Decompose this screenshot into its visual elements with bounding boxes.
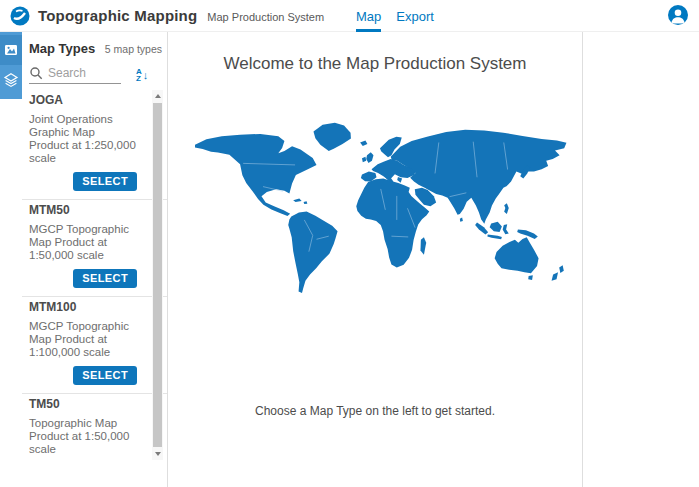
welcome-title: Welcome to the Map Production System bbox=[224, 54, 527, 74]
map-type-name: TM50 bbox=[29, 397, 137, 411]
panel-header: Map Types 5 map types bbox=[22, 32, 167, 58]
map-types-panel: Map Types 5 map types A Z ↓ bbox=[22, 32, 168, 487]
app-header: Topographic Mapping Map Production Syste… bbox=[0, 0, 699, 32]
search-input[interactable] bbox=[48, 66, 118, 80]
sort-arrow-down-icon: ↓ bbox=[143, 70, 149, 81]
nav-tab-export[interactable]: Export bbox=[396, 0, 434, 32]
map-type-name: MTM50 bbox=[29, 203, 137, 217]
select-button-joga[interactable]: SELECT bbox=[73, 172, 137, 191]
content-area: Map Types 5 map types A Z ↓ bbox=[0, 32, 699, 487]
main-panel: Welcome to the Map Production System bbox=[168, 32, 583, 487]
search-row: A Z ↓ bbox=[22, 58, 167, 84]
list-item-mtm100: MTM100 MGCP Topographic Map Product at 1… bbox=[22, 297, 167, 394]
select-button-mtm100[interactable]: SELECT bbox=[73, 366, 137, 385]
map-widget-icon[interactable] bbox=[0, 35, 22, 65]
account-icon[interactable] bbox=[668, 5, 688, 25]
panel-title: Map Types bbox=[29, 41, 95, 56]
right-filler bbox=[583, 32, 699, 487]
scroll-up-icon[interactable] bbox=[152, 90, 163, 102]
map-type-description: MGCP Topographic Map Product at 1:50,000… bbox=[29, 223, 137, 262]
map-type-name: JOGA bbox=[29, 93, 137, 107]
map-type-description: Topographic Map Product at 1:50,000 scal… bbox=[29, 417, 137, 456]
sort-az-icon[interactable]: A Z ↓ bbox=[136, 68, 148, 84]
scrollbar-thumb[interactable] bbox=[153, 103, 162, 447]
layers-widget-icon[interactable] bbox=[0, 65, 22, 95]
instruction-text: Choose a Map Type on the left to get sta… bbox=[255, 404, 495, 418]
search-box[interactable] bbox=[29, 66, 121, 84]
map-type-list: JOGA Joint Operations Graphic Map Produc… bbox=[22, 90, 167, 460]
list-item-joga: JOGA Joint Operations Graphic Map Produc… bbox=[22, 90, 167, 200]
widget-strip bbox=[0, 32, 22, 487]
list-item-tm50: TM50 Topographic Map Product at 1:50,000… bbox=[22, 394, 167, 460]
list-item-mtm50: MTM50 MGCP Topographic Map Product at 1:… bbox=[22, 200, 167, 297]
search-icon bbox=[29, 66, 43, 80]
app-subtitle: Map Production System bbox=[207, 9, 324, 23]
app-title: Topographic Mapping bbox=[38, 7, 197, 24]
map-type-name: MTM100 bbox=[29, 300, 137, 314]
sidebar-scrollbar[interactable] bbox=[152, 90, 163, 460]
sort-letter-z: Z bbox=[136, 75, 142, 82]
nav-tab-map[interactable]: Map bbox=[356, 0, 381, 32]
world-map-image bbox=[182, 120, 568, 302]
map-type-description: Joint Operations Graphic Map Product at … bbox=[29, 113, 137, 165]
map-type-description: MGCP Topographic Map Product at 1:100,00… bbox=[29, 320, 137, 359]
top-nav: Map Export bbox=[356, 0, 434, 32]
globe-logo-icon bbox=[10, 6, 30, 26]
select-button-mtm50[interactable]: SELECT bbox=[73, 269, 137, 288]
scroll-down-icon[interactable] bbox=[152, 448, 163, 460]
map-types-count: 5 map types bbox=[105, 43, 162, 55]
